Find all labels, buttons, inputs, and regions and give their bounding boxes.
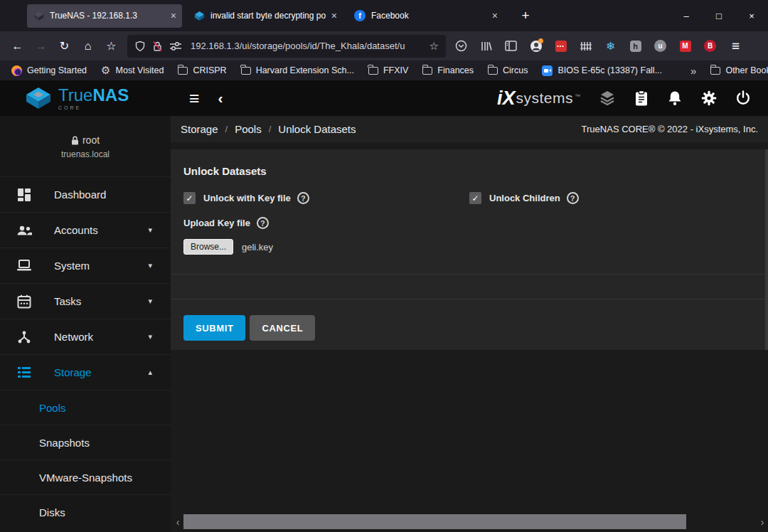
unlock-children-label: Unlock Children: [489, 193, 560, 203]
truecommand-icon[interactable]: [599, 90, 616, 107]
chevron-up-icon: ▴: [148, 368, 152, 377]
unlock-with-keyfile-checkbox[interactable]: ✓: [183, 192, 196, 204]
tab-truenas[interactable]: TrueNAS - 192.168.1.3 ×: [27, 4, 182, 28]
hscroll-right-arrow[interactable]: ›: [757, 514, 768, 529]
submit-button[interactable]: SUBMIT: [183, 315, 245, 341]
account-avatar-icon[interactable]: [525, 36, 547, 57]
collapse-chevron-icon[interactable]: ‹: [218, 90, 223, 107]
bookmark-star-icon[interactable]: ☆: [100, 36, 123, 57]
tab-close-icon[interactable]: ×: [492, 10, 498, 21]
cancel-button[interactable]: CANCEL: [250, 315, 315, 341]
upload-keyfile-row: Upload Key file ?: [183, 217, 269, 229]
truenas-gem-icon: [26, 87, 51, 110]
file-input-row: Browse... geli.key: [183, 239, 273, 255]
selected-file-name: geli.key: [242, 242, 273, 252]
back-button[interactable]: ←: [6, 36, 29, 57]
hscroll-left-arrow[interactable]: ‹: [172, 514, 183, 529]
username: root: [82, 134, 100, 146]
bookmark-folder-circus[interactable]: Circus: [488, 65, 528, 75]
ext-b-icon[interactable]: B: [699, 36, 721, 57]
tab-close-icon[interactable]: ×: [331, 10, 337, 21]
sidebars-icon[interactable]: [500, 36, 522, 57]
snowflake-ext-icon[interactable]: ❄: [599, 36, 622, 57]
settings-gear-icon[interactable]: [701, 90, 717, 106]
logo-brand-light: True: [58, 85, 92, 105]
bookmark-getting-started[interactable]: Getting Started: [11, 65, 87, 76]
forward-button[interactable]: →: [29, 36, 53, 57]
window-minimize-button[interactable]: –: [670, 0, 703, 31]
power-icon[interactable]: [735, 90, 751, 106]
sidebar-item-storage[interactable]: Storage ▴: [0, 354, 171, 390]
bookmark-folder-harvard[interactable]: Harvard Extension Sch...: [241, 65, 354, 75]
sidebar-item-system[interactable]: System ▾: [0, 248, 171, 283]
sidebar-item-accounts[interactable]: Accounts ▾: [0, 212, 171, 248]
chevron-down-icon: ▾: [148, 297, 152, 306]
browse-button[interactable]: Browse...: [183, 239, 233, 255]
chevron-down-icon: ▾: [148, 225, 152, 235]
firefox-menu-icon[interactable]: ≡: [724, 36, 747, 57]
url-bar[interactable]: 192.168.1.3/ui/storage/pools/id/The_Khal…: [127, 35, 446, 58]
tab-close-icon[interactable]: ×: [171, 10, 176, 21]
folder-icon: [368, 67, 378, 75]
bookmark-folder-finances[interactable]: Finances: [422, 65, 474, 75]
hostname: truenas.local: [0, 149, 171, 159]
help-icon[interactable]: ?: [257, 217, 269, 229]
library-icon[interactable]: [475, 36, 497, 57]
bookmark-folder-ffxiv[interactable]: FFXIV: [368, 65, 408, 75]
truenas-logo[interactable]: TrueNAS CORE: [0, 87, 171, 110]
unlock-children-checkbox[interactable]: ✓: [469, 192, 481, 204]
bookmark-page-star-icon[interactable]: ☆: [430, 40, 439, 53]
ext-red-dots-icon[interactable]: •••: [550, 36, 572, 57]
logo-edition: CORE: [58, 105, 129, 110]
new-tab-button[interactable]: +: [515, 5, 536, 26]
sidebar-menu: Dashboard Accounts ▾ System ▾ Tasks ▾: [0, 176, 171, 529]
tab-invalid-start-byte[interactable]: invalid start byte decrypting po ×: [188, 4, 343, 28]
breadcrumb-storage[interactable]: Storage: [181, 123, 218, 135]
ixsystems-logo[interactable]: iX systems ™: [497, 87, 580, 110]
sidebar-item-network[interactable]: Network ▾: [0, 319, 171, 354]
url-text[interactable]: 192.168.1.3/ui/storage/pools/id/The_Khal…: [191, 41, 425, 51]
bookmark-folder-other[interactable]: Other Bookmarks: [710, 65, 768, 75]
reload-button[interactable]: ↻: [53, 36, 76, 57]
window-maximize-button[interactable]: □: [703, 0, 735, 31]
unlock-datasets-card: Unlock Datasets ✓ Unlock with Key file ?…: [171, 149, 768, 350]
window-close-button[interactable]: ×: [735, 0, 768, 31]
ext-u-icon[interactable]: u: [649, 36, 671, 57]
sidebar-item-tasks[interactable]: Tasks ▾: [0, 283, 171, 319]
shield-icon[interactable]: [134, 41, 146, 52]
insecure-lock-icon[interactable]: [151, 41, 164, 52]
storage-list-icon: [16, 366, 33, 378]
sidebar-subitem-vmware-snapshots[interactable]: VMware-Snapshots: [0, 459, 171, 494]
bookmarks-overflow-chevron[interactable]: »: [690, 65, 696, 77]
bookmark-folder-crispr[interactable]: CRISPR: [178, 65, 226, 75]
accounts-icon: [16, 225, 33, 236]
sidebar-subitem-snapshots[interactable]: Snapshots: [0, 425, 171, 459]
tab-facebook[interactable]: f Facebook ×: [348, 4, 503, 28]
sidebar: root truenas.local Dashboard Accounts ▾ …: [0, 116, 171, 532]
notification-dot: [538, 38, 543, 43]
home-button[interactable]: ⌂: [76, 36, 100, 57]
vertical-scrollbar[interactable]: [765, 149, 768, 350]
network-icon: [16, 330, 33, 344]
tasks-clipboard-icon[interactable]: [634, 90, 649, 106]
help-icon[interactable]: ?: [567, 192, 579, 204]
ext-h-icon[interactable]: h: [624, 36, 646, 57]
window-controls: – □ ×: [670, 0, 768, 31]
sidebar-item-dashboard[interactable]: Dashboard: [0, 176, 171, 212]
sidenav-toggle-icon[interactable]: ≡: [189, 88, 200, 109]
bookmark-bios-zoom[interactable]: BIOS E-65c (13387) Fall...: [542, 65, 662, 76]
sidebar-subitem-disks[interactable]: Disks: [0, 494, 171, 529]
help-icon[interactable]: ?: [297, 192, 309, 204]
alerts-bell-icon[interactable]: [667, 90, 683, 106]
sidebar-subitem-pools[interactable]: Pools: [0, 390, 171, 425]
permissions-icon[interactable]: [169, 41, 182, 51]
horizontal-scrollbar-thumb[interactable]: [183, 514, 686, 529]
tab-title: invalid start byte decrypting po: [210, 11, 327, 21]
pocket-icon[interactable]: [450, 36, 472, 57]
bookmark-most-visited[interactable]: ⚙ Most Visited: [101, 64, 164, 77]
breadcrumb-pools[interactable]: Pools: [235, 123, 262, 135]
folder-icon: [710, 67, 720, 75]
containers-fence-icon[interactable]: [575, 36, 597, 57]
ext-m-icon[interactable]: M: [674, 36, 696, 57]
zoom-camera-icon: [542, 65, 553, 76]
